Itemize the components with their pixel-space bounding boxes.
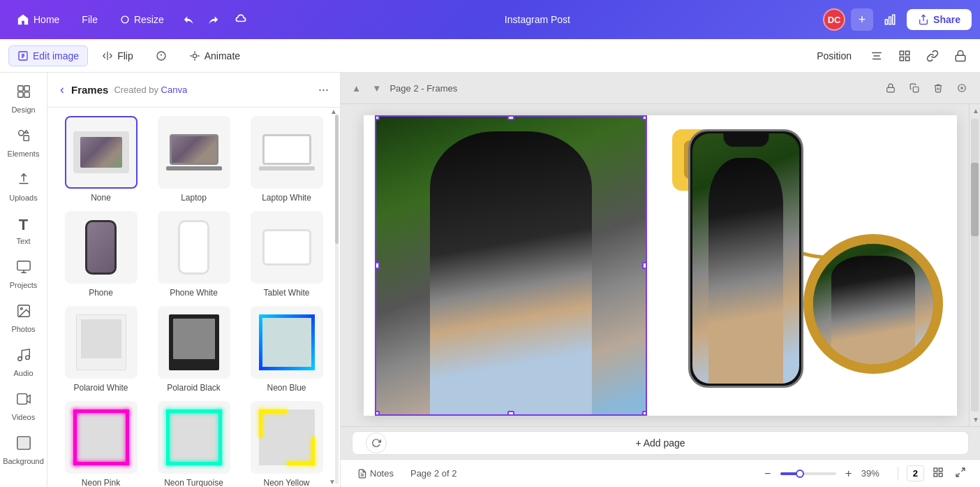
canvas-rotate-btn[interactable] bbox=[366, 433, 387, 453]
svg-rect-18 bbox=[24, 92, 29, 97]
zoom-in-btn[interactable]: + bbox=[840, 465, 857, 482]
canvas-lock-icon[interactable] bbox=[881, 78, 900, 98]
file-button[interactable]: File bbox=[73, 10, 106, 29]
add-page-label: + Add page bbox=[635, 437, 685, 449]
page-number-badge[interactable]: 2 bbox=[907, 465, 924, 481]
handle-top-right[interactable] bbox=[642, 115, 647, 120]
frame-tablet-white[interactable]: Tablet White bbox=[244, 211, 329, 298]
svg-rect-37 bbox=[939, 473, 942, 477]
position-button[interactable]: Position bbox=[808, 46, 860, 66]
handle-mid-left[interactable] bbox=[375, 262, 380, 269]
home-label: Home bbox=[34, 14, 59, 25]
frame-polaroid-white[interactable]: Polaroid White bbox=[59, 306, 143, 393]
sidebar-item-audio[interactable]: Audio bbox=[4, 342, 43, 383]
svg-rect-13 bbox=[906, 57, 910, 60]
photos-icon bbox=[16, 303, 31, 322]
frame-laptop-white-label: Laptop White bbox=[262, 193, 311, 203]
sidebar-videos-label: Videos bbox=[12, 413, 35, 421]
canvas-page-up[interactable]: ▲ bbox=[349, 82, 364, 95]
frames-scroll-down[interactable]: ▼ bbox=[327, 477, 337, 487]
sidebar-projects-label: Projects bbox=[10, 281, 38, 289]
sidebar-item-photos[interactable]: Photos bbox=[4, 298, 43, 339]
svg-rect-17 bbox=[17, 92, 22, 97]
handle-bot-right[interactable] bbox=[642, 411, 647, 416]
sidebar-item-background[interactable]: Background bbox=[4, 430, 43, 471]
videos-icon bbox=[16, 391, 31, 410]
frames-header: ‹ Frames Created by Canva ··· bbox=[47, 73, 340, 108]
frames-scroll-area[interactable]: None Laptop bbox=[47, 108, 340, 487]
grid-button[interactable] bbox=[893, 45, 916, 67]
background-icon bbox=[16, 435, 31, 454]
expand-button[interactable] bbox=[952, 464, 969, 483]
handle-mid-right[interactable] bbox=[642, 262, 647, 269]
sidebar-item-videos[interactable]: Videos bbox=[4, 386, 43, 427]
sidebar-item-projects[interactable]: Projects bbox=[4, 254, 43, 295]
frame-neon-pink[interactable]: Neon Pink bbox=[59, 401, 143, 487]
zoom-out-btn[interactable]: − bbox=[759, 465, 776, 482]
redo-button[interactable] bbox=[202, 8, 224, 31]
frame-none[interactable]: None bbox=[59, 116, 143, 203]
phone-frame-element[interactable] bbox=[688, 129, 803, 388]
frames-more-button[interactable]: ··· bbox=[318, 82, 329, 97]
canvas-page-down[interactable]: ▼ bbox=[369, 82, 384, 95]
frames-grid: None Laptop bbox=[59, 116, 329, 487]
frame-laptop-white[interactable]: Laptop White bbox=[244, 116, 329, 203]
add-collaborator-button[interactable]: + bbox=[851, 8, 873, 31]
scroll-bottom-btn[interactable]: ▼ bbox=[970, 413, 980, 426]
zoom-track[interactable] bbox=[780, 472, 836, 475]
flip-button[interactable]: Flip bbox=[94, 46, 142, 66]
align-button[interactable] bbox=[866, 45, 888, 67]
home-button[interactable]: Home bbox=[8, 9, 68, 30]
audio-icon bbox=[16, 347, 31, 366]
lock-button[interactable] bbox=[949, 45, 972, 67]
canva-link[interactable]: Canva bbox=[161, 85, 188, 95]
share-button[interactable]: Share bbox=[907, 9, 972, 30]
frames-back-button[interactable]: ‹ bbox=[59, 81, 66, 99]
add-page-button[interactable]: + Add page bbox=[352, 431, 969, 455]
frames-panel-title: Frames bbox=[71, 84, 108, 96]
frame-neon-yellow[interactable]: Neon Yellow bbox=[244, 401, 329, 487]
svg-point-6 bbox=[193, 54, 196, 57]
frame-polaroid-black-label: Polaroid Black bbox=[167, 383, 221, 393]
svg-point-23 bbox=[20, 307, 22, 310]
frame-polaroid-black[interactable]: Polaroid Black bbox=[151, 306, 236, 393]
canvas-add-icon[interactable] bbox=[952, 78, 972, 98]
handle-top-center[interactable] bbox=[507, 115, 514, 120]
link-button[interactable] bbox=[921, 45, 944, 67]
frame-neon-pink-label: Neon Pink bbox=[82, 478, 120, 487]
frame-neon-turquoise[interactable]: Neon Turquoise bbox=[151, 401, 236, 487]
sidebar-photos-label: Photos bbox=[11, 325, 35, 333]
frame-neon-blue[interactable]: Neon Blue bbox=[244, 306, 329, 393]
animate-button[interactable]: Animate bbox=[181, 46, 248, 66]
frames-scroll-up[interactable]: ▲ bbox=[329, 106, 339, 117]
canvas-delete-icon[interactable] bbox=[928, 78, 948, 98]
grid-view-button[interactable] bbox=[930, 464, 946, 483]
frame-phone-white-thumb bbox=[158, 211, 230, 284]
handle-top-left[interactable] bbox=[375, 115, 380, 120]
frame-phone-white[interactable]: Phone White bbox=[151, 211, 236, 298]
notes-button[interactable]: Notes bbox=[352, 465, 399, 481]
handle-bot-left[interactable] bbox=[375, 411, 380, 416]
sidebar-item-uploads[interactable]: Uploads bbox=[4, 166, 43, 208]
resize-button[interactable]: Resize bbox=[112, 10, 172, 29]
canvas-content[interactable]: Frames bbox=[341, 104, 980, 426]
selected-photo-frame[interactable] bbox=[375, 115, 647, 416]
analytics-button[interactable] bbox=[879, 8, 901, 31]
circle-frame-element[interactable] bbox=[803, 234, 943, 374]
canvas-copy-icon[interactable] bbox=[905, 78, 924, 98]
sidebar-item-text[interactable]: T Text bbox=[4, 210, 43, 251]
scroll-top-btn[interactable]: ▲ bbox=[970, 104, 980, 117]
undo-button[interactable] bbox=[178, 8, 200, 31]
svg-rect-1 bbox=[885, 20, 887, 24]
canvas-footer: Notes Page 2 of 2 − + 39% 2 bbox=[341, 459, 980, 487]
handle-bot-center[interactable] bbox=[507, 411, 514, 416]
cloud-save-button[interactable] bbox=[230, 8, 252, 31]
svg-point-24 bbox=[17, 357, 22, 361]
sidebar-item-design[interactable]: Design bbox=[4, 78, 43, 119]
frame-neon-yellow-thumb bbox=[251, 401, 323, 474]
sidebar-item-elements[interactable]: Elements bbox=[4, 122, 43, 163]
edit-image-button[interactable]: Edit image bbox=[8, 45, 88, 66]
info-button[interactable] bbox=[147, 46, 175, 66]
frame-phone[interactable]: Phone bbox=[59, 211, 143, 298]
frame-laptop[interactable]: Laptop bbox=[151, 116, 236, 203]
